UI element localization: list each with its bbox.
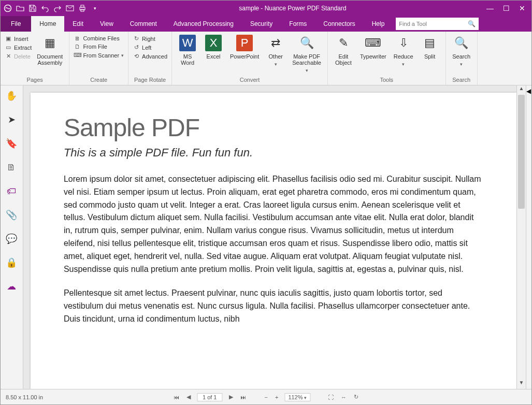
scroll-up-icon[interactable]: ▲ [517,85,526,95]
next-page-icon[interactable]: ▶ [228,394,234,400]
side-toolbar: ✋ ➤ 🔖 🗎 🏷 📎 💬 🔒 ☁ [1,85,23,389]
mail-icon[interactable] [66,4,74,12]
fit-page-icon[interactable]: ⛶ [327,394,335,400]
tab-comment[interactable]: Comment [122,16,165,32]
ribbon-group-convert: WMS Word XExcel PPowerPoint ⇄Other 🔍Make… [172,32,328,85]
group-rotate-label: Page Rotate [132,76,168,85]
search-label: Search [452,53,470,60]
reduce-button[interactable]: ⇩Reduce [391,34,416,68]
ppt-label: PowerPoint [230,53,259,60]
fit-width-icon[interactable]: ↔ [340,394,348,400]
from-file-label: From File [83,44,107,50]
document-assembly-label: Document Assembly [37,53,63,66]
typewriter-button[interactable]: ⌨Typewriter [357,34,390,61]
tab-edit[interactable]: Edit [64,16,92,32]
select-tool-icon[interactable]: ➤ [4,112,19,127]
right-panel-handle[interactable]: ◀ [526,85,531,389]
combine-files-button[interactable]: 🗎Combine Files [73,35,125,42]
document-assembly-icon: ▦ [41,35,58,51]
canvas-area: Sample PDF This is a simple PDF file. Fu… [23,85,526,389]
menu-file[interactable]: File [1,16,31,32]
last-page-icon[interactable]: ⏭ [239,394,247,400]
attachments-panel-icon[interactable]: 📎 [4,208,19,222]
split-button[interactable]: ▤Split [418,34,442,61]
excel-label: Excel [207,53,221,60]
hand-tool-icon[interactable]: ✋ [4,89,19,103]
qat-customize-icon[interactable]: ▾ [91,4,99,12]
bookmarks-panel-icon[interactable]: 🔖 [4,136,19,151]
print-dropdown-icon[interactable] [78,4,87,12]
doc-paragraph-2: Pellentesque sit amet lectus. Praesent p… [64,287,483,325]
word-icon: W [179,35,196,51]
doc-subtitle: This is a simple PDF file. Fun fun fun. [64,146,483,160]
extract-page-button[interactable]: ▭Extract [4,44,33,51]
from-file-button[interactable]: 🗋From File [73,43,125,50]
edit-object-icon: ✎ [335,35,352,51]
first-page-icon[interactable]: ⏮ [172,394,180,400]
app-logo-icon[interactable] [4,4,12,12]
tab-help[interactable]: Help [364,16,393,32]
convert-other-button[interactable]: ⇄Other [263,34,288,68]
save-icon[interactable] [28,4,37,12]
make-searchable-button[interactable]: 🔍Make PDF Searchable [289,34,324,74]
zoom-level-field[interactable]: 112% [284,393,310,401]
tab-forms[interactable]: Forms [281,16,315,32]
tab-advanced-processing[interactable]: Advanced Processing [165,16,242,32]
other-label: Other [269,53,283,60]
from-scanner-button[interactable]: ⌨From Scanner [73,51,125,59]
group-pages-label: Pages [4,76,66,85]
insert-label: Insert [14,36,28,42]
undo-icon[interactable] [41,4,49,12]
group-search-label: Search [449,76,474,85]
rotate-right-label: Right [142,36,155,42]
menubar: File Home Edit View Comment Advanced Pro… [1,16,531,32]
find-a-tool-input[interactable] [399,21,461,27]
stamps-panel-icon[interactable]: 🏷 [4,184,19,198]
rotate-right-icon: ↻ [133,35,140,42]
pages-panel-icon[interactable]: 🗎 [4,160,19,175]
word-label: MS Word [181,53,194,66]
zoom-out-icon[interactable]: − [264,394,269,400]
minimize-button[interactable]: — [486,4,494,12]
convert-ppt-button[interactable]: PPowerPoint [227,34,262,61]
delete-page-button: ✕Delete [4,52,33,60]
rotate-left-button[interactable]: ↺Left [132,44,168,51]
edit-object-button[interactable]: ✎Edit Object [331,34,356,67]
split-label: Split [424,53,435,60]
vertical-scrollbar[interactable]: ▲ ▼ [516,85,526,389]
convert-excel-button[interactable]: XExcel [201,34,226,61]
page-number-field[interactable]: 1 of 1 [197,393,223,401]
close-button[interactable]: ✕ [519,4,525,12]
scroll-track[interactable] [517,95,526,380]
security-panel-icon[interactable]: 🔒 [4,255,19,270]
maximize-button[interactable]: ☐ [503,4,510,12]
redo-icon[interactable] [53,4,62,12]
prev-page-icon[interactable]: ◀ [185,394,192,400]
tab-security[interactable]: Security [242,16,281,32]
search-icon[interactable]: 🔍 [468,20,476,27]
ribbon-group-pages: ▣Insert ▭Extract ✕Delete ▦ Document Asse… [1,32,69,85]
doc-heading: Sample PDF [64,113,483,142]
zoom-in-icon[interactable]: + [274,394,279,400]
other-icon: ⇄ [267,35,284,51]
search-button[interactable]: 🔍Search [449,34,474,68]
cloud-panel-icon[interactable]: ☁ [4,279,19,294]
find-a-tool[interactable]: 🔍 [396,18,479,30]
combine-label: Combine Files [83,35,119,41]
canvas-scroll[interactable]: Sample PDF This is a simple PDF file. Fu… [23,85,516,389]
scroll-thumb[interactable] [518,95,525,209]
convert-word-button[interactable]: WMS Word [175,34,200,67]
rotate-advanced-button[interactable]: ⟲Advanced [132,52,168,60]
comments-panel-icon[interactable]: 💬 [4,232,19,246]
rotate-view-icon[interactable]: ↻ [353,394,360,400]
tab-connectors[interactable]: Connectors [315,16,363,32]
open-icon[interactable] [16,4,24,12]
document-assembly-button[interactable]: ▦ Document Assembly [34,34,66,67]
scroll-down-icon[interactable]: ▼ [517,380,526,389]
reduce-label: Reduce [394,53,413,60]
tab-home[interactable]: Home [31,16,64,32]
ribbon: ▣Insert ▭Extract ✕Delete ▦ Document Asse… [1,32,531,85]
rotate-right-button[interactable]: ↻Right [132,35,168,42]
insert-page-button[interactable]: ▣Insert [4,35,33,42]
tab-view[interactable]: View [92,16,122,32]
